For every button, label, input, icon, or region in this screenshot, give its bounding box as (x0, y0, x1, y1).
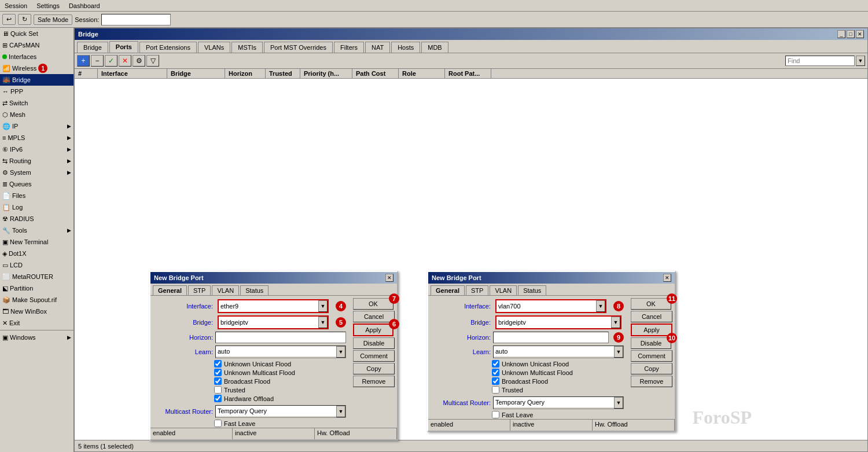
menu-settings[interactable]: Settings (32, 1, 64, 10)
sidebar-item-mesh[interactable]: ⬡ Mesh (0, 109, 73, 120)
tab-ports[interactable]: Ports (109, 41, 138, 53)
dialog2-interface-input[interactable] (496, 300, 596, 312)
dialog1-disable-button[interactable]: Disable (353, 337, 395, 349)
find-input[interactable] (785, 56, 855, 66)
sidebar-item-partition[interactable]: ⬕ Partition (0, 282, 73, 294)
sidebar-item-mpls[interactable]: ≡ MPLS ▶ (0, 132, 73, 144)
dialog2-interface-dropdown[interactable]: ▼ (596, 300, 605, 312)
dialog1-remove-button[interactable]: Remove (353, 376, 395, 387)
sidebar-item-exit[interactable]: ✕ Exit (0, 317, 73, 329)
tab-filters[interactable]: Filters (334, 42, 364, 53)
sidebar-item-system[interactable]: ⚙ System ▶ (0, 167, 73, 178)
menu-dashboard[interactable]: Dashboard (64, 1, 105, 10)
dialog1-multicast-flood-checkbox[interactable] (214, 369, 222, 376)
dialog1-learn-input[interactable] (216, 346, 336, 357)
sidebar-item-ppp[interactable]: ↔ PPP (0, 86, 73, 97)
dialog2-comment-button[interactable]: Comment (631, 350, 672, 362)
sidebar-item-new-terminal[interactable]: ▣ New Terminal (0, 236, 73, 248)
sidebar-item-windows[interactable]: ▣ Windows ▶ (0, 332, 73, 343)
session-input[interactable] (101, 14, 171, 25)
dialog2-unicast-flood-checkbox[interactable] (492, 360, 499, 368)
dialog2-tab-stp[interactable]: STP (466, 285, 488, 295)
tab-vlans[interactable]: VLANs (198, 42, 230, 53)
sidebar-item-new-winbox[interactable]: 🗔 New WinBox (0, 306, 73, 317)
dialog2-multicast-router-dropdown[interactable]: ▼ (614, 397, 623, 409)
tab-nat[interactable]: NAT (365, 42, 390, 53)
dialog1-copy-button[interactable]: Copy (353, 363, 395, 374)
sidebar-item-routing[interactable]: ⇆ Routing ▶ (0, 155, 73, 167)
dialog2-bridge-input[interactable] (496, 317, 611, 328)
dialog1-interface-input[interactable] (219, 300, 318, 312)
tab-port-mst-overrides[interactable]: Port MST Overrides (264, 42, 333, 53)
sidebar-item-capsman[interactable]: ⊞ CAPsMAN (0, 39, 73, 51)
add-button[interactable]: + (77, 55, 90, 67)
dialog1-multicast-router-input[interactable] (216, 406, 336, 416)
dialog2-learn-input[interactable] (494, 346, 614, 357)
tab-bridge[interactable]: Bridge (77, 42, 108, 53)
dialog1-multicast-router-dropdown[interactable]: ▼ (336, 406, 345, 417)
dialog2-broadcast-flood-checkbox[interactable] (492, 377, 499, 385)
dialog2-horizon-input[interactable] (493, 332, 609, 343)
redo-button[interactable]: ↻ (18, 14, 31, 25)
sidebar-item-ip[interactable]: 🌐 IP ▶ (0, 120, 73, 132)
minimize-button[interactable]: _ (837, 30, 845, 38)
dialog1-interface-dropdown[interactable]: ▼ (318, 300, 328, 312)
dialog1-learn-dropdown[interactable]: ▼ (336, 346, 345, 358)
dialog1-cancel-button[interactable]: Cancel (353, 311, 395, 322)
settings-button[interactable]: ⚙ (133, 55, 145, 67)
tab-mstis[interactable]: MSTIs (231, 42, 263, 53)
dialog2-ok-button[interactable]: OK (631, 298, 671, 310)
dialog1-tab-stp[interactable]: STP (188, 285, 211, 295)
sidebar-item-files[interactable]: 📄 Files (0, 190, 73, 201)
dialog2-tab-vlan[interactable]: VLAN (490, 285, 517, 295)
sidebar-item-lcd[interactable]: ▭ LCD (0, 259, 73, 271)
dialog2-multicast-flood-checkbox[interactable] (492, 369, 499, 376)
maximize-button[interactable]: □ (847, 30, 855, 38)
dialog1-broadcast-flood-checkbox[interactable] (214, 377, 222, 385)
dialog2-remove-button[interactable]: Remove (631, 376, 672, 387)
tab-mdb[interactable]: MDB (421, 42, 448, 53)
sidebar-item-metarouter[interactable]: ⬜ MetaROUTER (0, 271, 73, 282)
dialog1-bridge-input[interactable] (219, 317, 318, 328)
sidebar-item-queues[interactable]: ≣ Queues (0, 178, 73, 190)
dialog2-disable-button[interactable]: Disable (631, 337, 671, 349)
sidebar-item-radius[interactable]: ☢ RADIUS (0, 213, 73, 225)
dialog2-multicast-router-input[interactable] (494, 397, 614, 407)
dialog2-learn-dropdown[interactable]: ▼ (614, 346, 623, 358)
sidebar-item-switch[interactable]: ⇄ Switch (0, 97, 73, 109)
dialog1-hw-offload-checkbox[interactable] (214, 395, 222, 402)
dialog1-comment-button[interactable]: Comment (353, 350, 395, 362)
dialog1-unicast-flood-checkbox[interactable] (214, 360, 222, 368)
find-arrow[interactable]: ▼ (856, 56, 865, 66)
dialog1-horizon-input[interactable] (215, 332, 346, 343)
close-button[interactable]: ✕ (856, 30, 864, 38)
enable-button[interactable]: ✓ (105, 55, 117, 67)
sidebar-item-quickset[interactable]: 🖥 Quick Set (0, 28, 73, 39)
dialog1-trusted-checkbox[interactable] (214, 386, 222, 394)
dialog1-bridge-dropdown[interactable]: ▼ (318, 317, 328, 328)
sidebar-item-log[interactable]: 📋 Log (0, 201, 73, 213)
dialog1-fast-leave-checkbox[interactable] (214, 420, 222, 427)
tab-hosts[interactable]: Hosts (391, 42, 420, 53)
sidebar-item-ipv6[interactable]: ⑥ IPv6 ▶ (0, 144, 73, 155)
dialog2-tab-general[interactable]: General (431, 285, 465, 295)
dialog2-close-button[interactable]: ✕ (663, 274, 671, 282)
dialog2-copy-button[interactable]: Copy (631, 363, 672, 374)
remove-button[interactable]: − (91, 55, 104, 67)
dialog2-apply-button[interactable]: Apply (631, 324, 672, 336)
dialog2-bridge-dropdown[interactable]: ▼ (611, 317, 620, 328)
sidebar-item-tools[interactable]: 🔧 Tools ▶ (0, 225, 73, 236)
dialog2-fast-leave-checkbox[interactable] (492, 411, 499, 418)
dialog1-tab-general[interactable]: General (153, 285, 187, 295)
dialog1-close-button[interactable]: ✕ (385, 274, 393, 282)
undo-button[interactable]: ↩ (2, 14, 16, 25)
dialog2-trusted-checkbox[interactable] (492, 386, 499, 394)
sidebar-item-make-supout[interactable]: 📦 Make Supout.rif (0, 294, 73, 306)
sidebar-item-interfaces[interactable]: Interfaces (0, 51, 73, 63)
dialog1-apply-button[interactable]: Apply (353, 324, 393, 336)
sidebar-item-wireless[interactable]: 📶 Wireless 1 (0, 63, 73, 74)
menu-session[interactable]: Session (0, 1, 32, 10)
tab-port-extensions[interactable]: Port Extensions (139, 42, 197, 53)
sidebar-item-bridge[interactable]: 🌉 Bridge (0, 74, 73, 86)
dialog1-tab-status[interactable]: Status (240, 285, 269, 295)
